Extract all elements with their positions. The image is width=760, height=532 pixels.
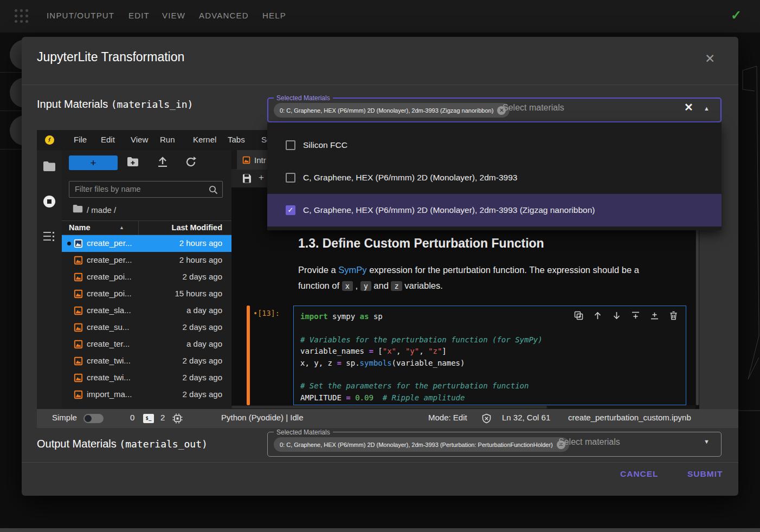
filter-files-input[interactable]: Filter files by name — [69, 181, 223, 198]
bottom-scrollbar[interactable] — [0, 528, 760, 532]
jupyter-menu-file[interactable]: File — [74, 135, 87, 144]
terminals-count[interactable]: 0 — [130, 413, 134, 422]
submit-button[interactable]: SUBMIT — [684, 469, 726, 479]
breadcrumb[interactable]: / made / — [87, 205, 116, 215]
file-browser-panel: + Filter files by name — [62, 150, 231, 409]
confirm-check-icon[interactable]: ✓ — [731, 8, 742, 23]
save-icon[interactable] — [242, 174, 252, 183]
trust-shield-icon[interactable] — [481, 413, 492, 424]
move-cell-down-icon[interactable] — [612, 311, 621, 322]
add-cell-icon[interactable]: + — [259, 172, 264, 183]
file-row[interactable]: create_twi... 2 days ago — [62, 353, 231, 369]
file-row[interactable]: create_ter... a day ago — [62, 336, 231, 353]
clear-selection-icon[interactable]: ✕ — [684, 101, 693, 114]
jupyter-statusbar: Simple 0 $_ 2 Python (Pyodide) | Idle Mo… — [37, 409, 738, 428]
jupyter-menu-run[interactable]: Run — [160, 135, 175, 144]
table-of-contents-icon[interactable] — [43, 231, 55, 241]
checkbox-checked-icon[interactable]: ✓ — [286, 205, 295, 215]
terminal-icon[interactable]: $_ — [143, 414, 154, 423]
menu-item-help[interactable]: HELP — [262, 11, 286, 20]
menu-item-view[interactable]: VIEW — [162, 11, 185, 20]
dropdown-option[interactable]: ✓ C, Graphene, HEX (P6/mmm) 2D (Monolaye… — [267, 194, 722, 226]
file-row[interactable]: create_poi... 15 hours ago — [62, 286, 231, 302]
chip-label: 0: C, Graphene, HEX (P6/mmm) 2D (Monolay… — [280, 442, 553, 448]
jupyter-menu-kernel[interactable]: Kernel — [193, 135, 216, 144]
menu-item-input-output[interactable]: INPUT/OUTPUT — [47, 11, 114, 20]
running-kernels-icon[interactable] — [43, 195, 56, 208]
kernel-cpu-icon[interactable] — [172, 413, 183, 424]
checkbox-unchecked-icon[interactable] — [286, 140, 295, 150]
sort-ascending-icon[interactable]: ▲ — [119, 225, 124, 230]
active-cell-indicator[interactable] — [247, 306, 250, 405]
column-last-modified[interactable]: Last Modified — [172, 223, 222, 232]
file-name: create_twi... — [87, 373, 131, 382]
input-material-chip[interactable]: 0: C, Graphene, HEX (P6/mmm) 2D (Monolay… — [274, 103, 510, 118]
input-materials-label: Input Materials (materials_in) — [37, 98, 193, 111]
horizontal-scrollbar[interactable] — [231, 405, 695, 409]
active-filename[interactable]: create_perturbation_custom.ipynb — [568, 413, 691, 422]
markdown-paragraph: Provide a SymPy expression for the pertu… — [298, 262, 671, 294]
simple-mode-toggle[interactable] — [83, 414, 104, 423]
chip-label: 0: C, Graphene, HEX (P6/mmm) 2D (Monolay… — [280, 107, 493, 114]
file-list-header: Name ▲ Last Modified — [62, 220, 231, 235]
breadcrumb-folder-icon[interactable] — [73, 204, 83, 213]
file-row[interactable]: create_sla... a day ago — [62, 302, 231, 319]
file-row[interactable]: create_twi... 2 days ago — [62, 369, 231, 386]
cancel-button[interactable]: CANCEL — [617, 469, 662, 479]
file-browser-icon[interactable] — [43, 161, 56, 172]
upload-icon[interactable] — [157, 157, 168, 167]
column-name[interactable]: Name — [69, 223, 91, 232]
code-cell[interactable]: import sympy as sp # Variables for the p… — [293, 306, 686, 405]
sympy-link[interactable]: SymPy — [338, 265, 366, 275]
file-row[interactable]: create_poi... 2 days ago — [62, 269, 231, 286]
file-row[interactable]: create_su... 2 days ago — [62, 319, 231, 336]
file-modified: 2 days ago — [183, 322, 222, 332]
insert-cell-above-icon[interactable] — [631, 311, 640, 322]
menu-item-advanced[interactable]: ADVANCED — [199, 11, 249, 20]
expand-caret-icon[interactable]: ▼ — [704, 438, 710, 445]
file-row[interactable]: create_per... 2 hours ago — [62, 252, 231, 269]
output-material-chip[interactable]: 0: C, Graphene, HEX (P6/mmm) 2D (Monolay… — [274, 437, 569, 452]
file-name: create_sla... — [87, 306, 131, 315]
checkbox-unchecked-icon[interactable] — [286, 173, 295, 183]
notebook-file-icon — [74, 340, 83, 349]
input-select-placeholder[interactable]: Select materials — [503, 103, 564, 113]
delete-cell-icon[interactable] — [669, 311, 678, 322]
inline-code: z — [391, 281, 402, 291]
new-folder-icon[interactable] — [127, 157, 139, 167]
menu-item-edit[interactable]: EDIT — [128, 11, 150, 20]
file-row[interactable]: import_ma... 2 days ago — [62, 386, 231, 403]
background-divider — [0, 72, 22, 73]
output-select-placeholder[interactable]: Select materials — [558, 437, 620, 447]
close-icon[interactable]: ✕ — [701, 51, 718, 67]
background-divider — [0, 149, 22, 150]
running-dot-icon — [67, 242, 71, 245]
jupyter-left-sidebar — [37, 150, 62, 409]
move-cell-up-icon[interactable] — [593, 311, 602, 322]
dropdown-option[interactable]: Silicon FCC — [267, 129, 722, 161]
insert-cell-below-icon[interactable] — [650, 311, 659, 322]
dropdown-option[interactable]: C, Graphene, HEX (P6/mmm) 2D (Monolayer)… — [267, 161, 722, 194]
dialog-title: JupyterLite Transformation — [37, 50, 184, 64]
file-name: create_per... — [87, 238, 132, 248]
collapse-caret-icon[interactable]: ▲ — [704, 105, 710, 112]
input-select-label: Selected Materials — [274, 94, 333, 102]
refresh-icon[interactable] — [185, 157, 196, 167]
file-modified: 2 hours ago — [179, 255, 222, 264]
file-row[interactable]: create_per... 2 hours ago — [62, 235, 231, 252]
option-label: C, Graphene, HEX (P6/mmm) 2D (Monolayer)… — [303, 173, 517, 183]
jupyter-menu-view[interactable]: View — [131, 135, 148, 144]
app-logo-icon[interactable] — [14, 9, 29, 23]
kernels-count[interactable]: 2 — [160, 413, 165, 422]
jupyter-menu-edit[interactable]: Edit — [101, 135, 115, 144]
duplicate-cell-icon[interactable] — [574, 311, 583, 322]
new-launcher-button[interactable]: + — [69, 155, 118, 170]
editor-mode[interactable]: Mode: Edit — [428, 413, 467, 422]
kernel-status[interactable]: Python (Pyodide) | Idle — [221, 413, 303, 422]
file-name: create_su... — [87, 322, 129, 332]
jupyter-menu-tabs[interactable]: Tabs — [228, 135, 245, 144]
notebook-file-icon — [74, 273, 83, 282]
cursor-position[interactable]: Ln 32, Col 61 — [502, 413, 550, 422]
simple-mode-label: Simple — [52, 413, 77, 422]
output-materials-label: Output Materials (materials_out) — [37, 438, 208, 450]
